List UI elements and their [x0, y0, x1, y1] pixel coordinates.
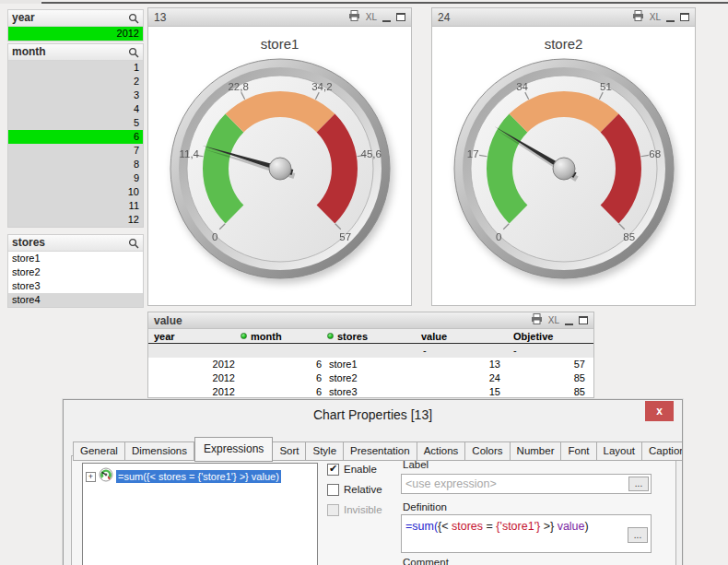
expression-text[interactable]: =sum({< stores = {'store1'} >} value) [116, 470, 281, 483]
listbox-value-8[interactable]: 8 [8, 158, 143, 171]
table-header-row: yearmonthstoresvalueObjetive [148, 329, 593, 344]
listbox-value-9[interactable]: 9 [8, 171, 143, 185]
definition-field-label: Definition [403, 501, 447, 512]
checkbox-label: Invisible [344, 504, 382, 515]
listbox-value-store1[interactable]: store1 [8, 252, 143, 265]
cell-value: 13 [414, 358, 504, 371]
chart-window-store1: 13 XL store1 011,422,834,245,657 [147, 7, 412, 306]
cell-year: 2012 [148, 358, 239, 371]
listbox-value-2[interactable]: 2 [8, 75, 143, 88]
cell-value: 15 [414, 385, 504, 398]
table-row[interactable]: -- [148, 344, 593, 358]
svg-text:85: 85 [623, 231, 635, 242]
listbox-value-7[interactable]: 7 [8, 144, 143, 158]
maximize-icon[interactable] [396, 13, 405, 21]
table-column-header-Objetive[interactable]: Objetive [504, 329, 589, 343]
excel-export-icon[interactable]: XL [548, 315, 559, 325]
table-body: --20126store1135720126store2248520126sto… [148, 344, 593, 398]
listbox-value-store2[interactable]: store2 [8, 265, 143, 279]
checkbox-box[interactable] [327, 464, 339, 476]
checkbox-box[interactable] [327, 484, 339, 496]
table-column-header-year[interactable]: year [148, 329, 239, 343]
search-icon[interactable] [128, 47, 139, 61]
tab-number[interactable]: Number [511, 441, 562, 461]
expression-row[interactable]: + =sum({< stores = {'store1'} >} value) [83, 464, 317, 489]
table-column-header-month[interactable]: month [239, 329, 325, 343]
minimize-icon[interactable] [382, 20, 391, 22]
tab-actions[interactable]: Actions [417, 441, 466, 461]
close-icon[interactable]: x [645, 401, 674, 421]
cell-objetive: 85 [504, 385, 589, 398]
listbox-stores-caption[interactable]: stores [8, 235, 143, 252]
comment-field-label: Comment [403, 557, 449, 565]
svg-text:17: 17 [467, 148, 479, 159]
listbox-year-caption[interactable]: year [8, 10, 143, 27]
cell-stores [325, 344, 414, 358]
minimize-icon[interactable] [565, 324, 573, 325]
print-icon[interactable] [531, 313, 543, 327]
window-caption-text: 24 [438, 11, 632, 24]
listbox-value-2012[interactable]: 2012 [8, 27, 143, 41]
gauge-store1: 011,422,834,245,657 [168, 56, 393, 281]
print-icon[interactable] [632, 10, 644, 24]
tab-layout[interactable]: Layout [597, 441, 643, 461]
sheet-tab-stub [0, 0, 41, 4]
listbox-value-1[interactable]: 1 [8, 61, 143, 75]
listbox-value-store3[interactable]: store3 [8, 279, 143, 293]
expand-icon[interactable]: + [86, 472, 96, 482]
expression-list: + =sum({< stores = {'store1'} >} value) [82, 463, 318, 565]
label-ellipsis-button[interactable]: ... [628, 477, 649, 491]
definition-ellipsis-button[interactable]: ... [628, 527, 648, 543]
svg-text:11,4: 11,4 [179, 148, 199, 159]
minimize-icon[interactable] [666, 20, 675, 22]
tab-presentation[interactable]: Presentation [344, 441, 417, 461]
tab-style[interactable]: Style [306, 441, 344, 461]
maximize-icon[interactable] [579, 316, 588, 324]
table-row[interactable]: 20126store31585 [148, 385, 593, 398]
checkbox-box [327, 504, 339, 516]
chart-window-store1-caption[interactable]: 13 XL [148, 8, 411, 27]
listbox-value-3[interactable]: 3 [8, 88, 143, 102]
svg-text:34,2: 34,2 [311, 81, 332, 92]
listbox-value-5[interactable]: 5 [8, 116, 143, 130]
label-placeholder: <use expression> [402, 475, 651, 493]
listbox-stores-title: stores [12, 236, 45, 249]
chart-properties-dialog: Chart Properties [13] x GeneralDimension… [63, 399, 683, 565]
table-row[interactable]: 20126store22485 [148, 371, 593, 385]
listbox-value-12[interactable]: 12 [8, 213, 143, 227]
excel-export-icon[interactable]: XL [650, 12, 661, 22]
tab-dimensions[interactable]: Dimensions [125, 441, 194, 461]
checkbox-relative[interactable]: Relative [327, 483, 382, 496]
listbox-value-4[interactable]: 4 [8, 102, 143, 116]
cell-value: 24 [414, 371, 504, 385]
listbox-year-title: year [12, 11, 35, 24]
table-row[interactable]: 20126store11357 [148, 358, 593, 371]
search-icon[interactable] [128, 238, 139, 252]
listbox-value-11[interactable]: 11 [8, 199, 143, 213]
tab-caption[interactable]: Caption [642, 441, 683, 461]
tab-expressions[interactable]: Expressions [194, 437, 273, 462]
table-column-header-value[interactable]: value [414, 329, 504, 343]
excel-export-icon[interactable]: XL [366, 12, 377, 22]
chart-window-store2-caption[interactable]: 24 XL [432, 8, 695, 27]
listbox-value-store4[interactable]: store4 [8, 293, 143, 307]
maximize-icon[interactable] [680, 13, 689, 21]
tab-colors[interactable]: Colors [465, 441, 510, 461]
definition-expression: =sum({< stores = {'store1'} >} value) [402, 515, 651, 537]
tab-font[interactable]: Font [561, 441, 596, 461]
definition-input[interactable]: =sum({< stores = {'store1'} >} value) ..… [401, 514, 652, 553]
table-window-caption[interactable]: value XL [148, 312, 593, 329]
label-input[interactable]: <use expression> ... [401, 474, 652, 494]
tab-sort[interactable]: Sort [273, 441, 306, 461]
cell-year: 2012 [148, 385, 239, 398]
cell-year: 2012 [148, 371, 239, 385]
search-icon[interactable] [128, 13, 139, 27]
print-icon[interactable] [348, 10, 360, 24]
listbox-value-6[interactable]: 6 [8, 130, 143, 144]
checkbox-enable[interactable]: Enable [327, 463, 382, 476]
table-column-header-stores[interactable]: stores [325, 329, 414, 343]
listbox-value-10[interactable]: 10 [8, 185, 143, 199]
listbox-stores-rows: store1store2store3store4 [8, 252, 143, 307]
tab-general[interactable]: General [73, 441, 125, 461]
listbox-month-caption[interactable]: month [8, 44, 143, 61]
